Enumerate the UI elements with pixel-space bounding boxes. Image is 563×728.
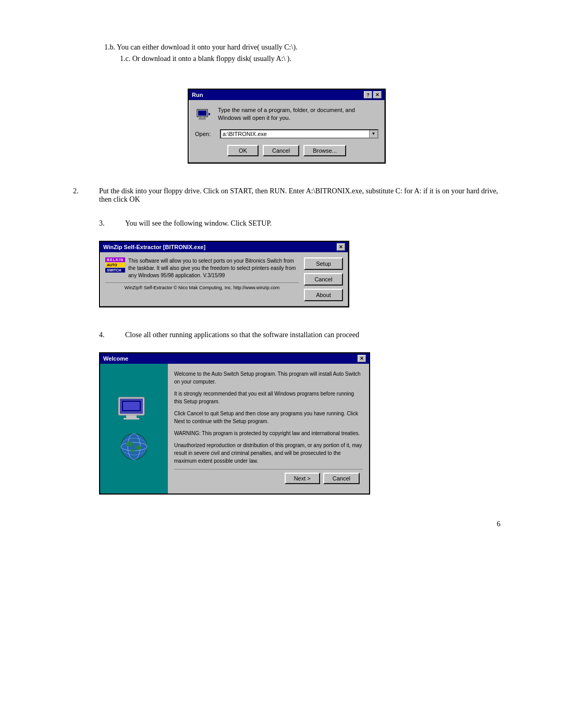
welcome-titlebar: Welcome ✕ [100,353,369,364]
svg-rect-1 [198,110,206,116]
winzip-logo-area: BELKIN AUTO SWITCH This software will al… [105,257,299,279]
svg-point-17 [131,449,135,452]
winzip-setup-btn[interactable]: Setup [304,257,343,270]
svg-point-15 [126,441,133,447]
run-titlebar: Run ? ✕ [189,90,385,100]
winzip-cancel-btn[interactable]: Cancel [304,273,343,286]
run-open-label: Open: [195,131,216,137]
svg-rect-2 [200,117,204,118]
run-description: Type the name of a program, folder, or d… [218,106,355,122]
section2-text: Put the disk into your floppy drive. Cli… [99,187,500,204]
svg-point-16 [135,446,141,450]
winzip-body: BELKIN AUTO SWITCH This software will al… [100,252,348,306]
logo-auto: AUTO [105,263,125,267]
section3: 3. You will see the following window. Cl… [99,219,500,315]
run-input-combo: ▼ [220,129,378,139]
welcome-text5: Unauthorized reproduction or distributio… [174,441,363,465]
winzip-footer: WinZip® Self-Extractor © Nico Mak Comput… [105,282,299,290]
welcome-computer-icon [116,394,152,426]
winzip-right: Setup Cancel About [304,257,343,301]
run-icon [195,106,212,123]
section2-num: 2. [73,187,99,204]
welcome-text3: Click Cancel to quit Setup and then clos… [174,410,363,425]
winzip-titlebar: WinZip Self-Extractor [BITRONIX.exe] ✕ [100,242,348,252]
svg-rect-8 [124,418,139,419]
welcome-text1: Welcome to the Auto Switch Setup program… [174,370,363,386]
winzip-dialog: WinZip Self-Extractor [BITRONIX.exe] ✕ B… [99,241,349,307]
welcome-text2: It is strongly recommended that you exit… [174,390,363,405]
section4: 4. Close all other running applications … [99,331,500,502]
run-cancel-btn[interactable]: Cancel [263,145,299,156]
logo-switch: SWITCH [105,268,125,273]
welcome-next-btn[interactable]: Next > [285,473,320,484]
welcome-body: Welcome to the Auto Switch Setup program… [100,364,369,493]
run-close-btn[interactable]: ✕ [373,91,382,98]
svg-rect-7 [126,415,137,418]
welcome-title: Welcome [103,355,128,362]
run-dialog: Run ? ✕ [188,89,386,164]
intro-block: 1.b. You can either download it onto you… [73,42,500,65]
section3-intro: You will see the following window. Click… [125,219,272,228]
welcome-text4: WARNING: This program is protected by co… [174,429,363,437]
welcome-cancel-btn[interactable]: Cancel [323,473,360,484]
section4-num: 4. [99,331,125,339]
svg-point-11 [121,434,147,460]
run-help-btn[interactable]: ? [364,91,372,98]
run-dropdown-btn[interactable]: ▼ [369,130,377,138]
winzip-title: WinZip Self-Extractor [BITRONIX.exe] [103,244,205,250]
logo-belkin: BELKIN [105,257,125,262]
svg-marker-4 [209,113,211,116]
run-title: Run [192,92,203,98]
intro-line1: 1.b. You can either download it onto you… [104,42,500,53]
welcome-dialog: Welcome ✕ [99,352,370,495]
run-browse-btn[interactable]: Browse... [303,145,346,156]
svg-rect-3 [199,118,205,119]
winzip-logos: BELKIN AUTO SWITCH [105,257,125,273]
run-input[interactable] [221,130,369,138]
welcome-footer: Next > Cancel [174,469,363,487]
run-desc-line1: Type the name of a program, folder, or d… [218,106,355,114]
page: 1.b. You can either download it onto you… [0,0,563,560]
winzip-close-btn[interactable]: ✕ [337,243,345,251]
winzip-desc: This software will allow you to select p… [128,257,299,279]
section4-text: Close all other running applications so … [125,331,359,339]
welcome-close-btn[interactable]: ✕ [358,355,366,362]
intro-line2: 1.c. Or download it onto a blank floppy … [120,53,500,65]
section3-num: 3. [99,219,125,228]
winzip-about-btn[interactable]: About [304,289,343,301]
welcome-left [100,364,168,493]
welcome-globe-icon [118,431,150,462]
winzip-left: BELKIN AUTO SWITCH This software will al… [105,257,299,301]
svg-rect-10 [123,402,140,410]
section2: 2. Put the disk into your floppy drive. … [73,187,500,204]
page-number: 6 [497,520,500,528]
run-ok-btn[interactable]: OK [227,145,259,156]
run-desc-line2: Windows will open it for you. [218,114,355,122]
welcome-right: Welcome to the Auto Switch Setup program… [168,364,369,493]
